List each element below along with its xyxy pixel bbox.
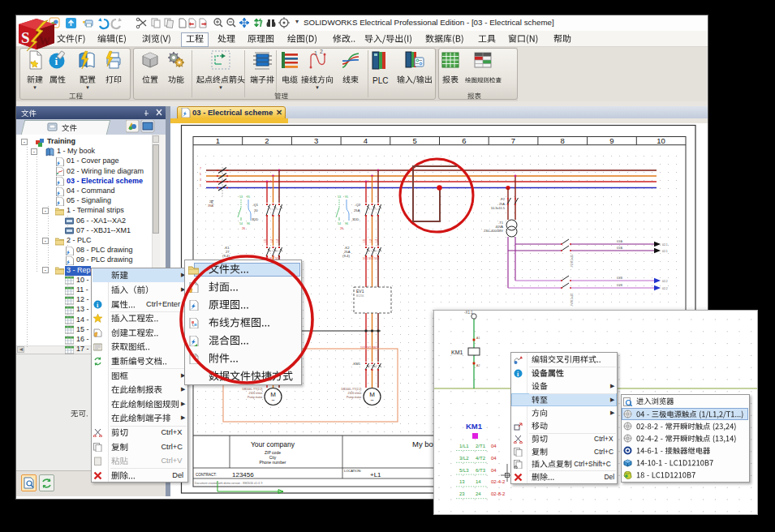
svg-text:-Q1: -Q1 — [252, 203, 259, 207]
svg-text:1: 1 — [200, 184, 201, 187]
svg-text:02.2: 02.2 — [662, 280, 668, 283]
svg-text:04: 04 — [491, 444, 497, 448]
svg-text:54: 54 — [338, 222, 341, 225]
svg-text:9: 9 — [609, 136, 614, 145]
svg-text:3DD: 3DD — [252, 217, 258, 221]
svg-text:2326 tr/min: 2326 tr/min — [249, 392, 263, 395]
svg-text:~: ~ — [271, 397, 274, 403]
svg-text:3NA: 3NA — [208, 204, 213, 208]
svg-text:3: 3 — [200, 178, 201, 182]
svg-text:KM1: KM1 — [451, 350, 463, 355]
svg-text:25A: 25A — [354, 208, 360, 212]
svg-text:02.1: 02.1 — [662, 250, 668, 253]
svg-text:-F3 0.5x25: -F3 0.5x25 — [570, 255, 574, 268]
svg-text:8: 8 — [561, 136, 565, 145]
svg-text:10.3x11.5: 10.3x11.5 — [491, 206, 506, 210]
svg-text:123456: 123456 — [232, 471, 254, 478]
svg-text:6: 6 — [462, 136, 466, 145]
svg-text:CONTRACT:: CONTRACT: — [196, 473, 217, 477]
svg-text:54: 54 — [239, 222, 243, 225]
svg-text:63/B: 63/B — [617, 277, 623, 280]
svg-text:7: 7 — [511, 136, 515, 145]
svg-text:EV1: EV1 — [356, 289, 364, 294]
svg-text:~: ~ — [370, 397, 373, 403]
svg-text:Phone number: Phone number — [260, 460, 286, 465]
svg-text:-F2: -F2 — [500, 197, 506, 201]
svg-text:04: 04 — [491, 468, 497, 473]
svg-text:Pump motor: Pump motor — [248, 396, 263, 399]
svg-text:7: 7 — [200, 167, 201, 170]
svg-text:Pump motor: Pump motor — [347, 396, 362, 399]
svg-text:L3: L3 — [375, 239, 378, 242]
svg-text:53: 53 — [338, 195, 341, 199]
svg-text:14: 14 — [476, 479, 481, 484]
svg-text:230+400/48V: 230+400/48V — [484, 229, 503, 233]
svg-text:24: 24 — [476, 491, 481, 496]
svg-text:5/L3: 5/L3 — [459, 468, 469, 473]
svg-text:-X1:1: -X1:1 — [464, 311, 473, 315]
svg-text:Your company: Your company — [251, 440, 295, 448]
svg-text:2: 2 — [320, 49, 323, 54]
svg-text:3: 3 — [314, 136, 318, 145]
svg-text:L1: L1 — [264, 239, 267, 242]
svg-text:2326 tr/min: 2326 tr/min — [348, 392, 362, 395]
svg-text:DB100L-YY(2.2): DB100L-YY(2.2) — [342, 388, 362, 391]
svg-text:L2: L2 — [270, 239, 273, 242]
svg-text:10: 10 — [657, 136, 665, 145]
svg-text:02-8-2: 02-8-2 — [491, 491, 506, 496]
svg-text:63/A: 63/A — [617, 247, 623, 250]
svg-text:2: 2 — [265, 136, 269, 145]
svg-text:Document created with demo ver: Document created with demo version - SW2… — [195, 482, 262, 485]
svg-text:-KM1: -KM1 — [352, 362, 361, 366]
svg-text:B1256: B1256 — [356, 294, 364, 298]
svg-text:LOCATION:: LOCATION: — [344, 469, 361, 473]
svg-text:95: 95 — [345, 195, 348, 199]
svg-text:02.1: 02.1 — [662, 243, 668, 247]
svg-text:20: 20 — [209, 200, 213, 204]
svg-text:96: 96 — [345, 222, 348, 225]
svg-text:5: 5 — [412, 136, 416, 145]
svg-text:2/T1: 2/T1 — [476, 444, 486, 448]
svg-text:KM1: KM1 — [466, 422, 483, 431]
svg-text:6/T3: 6/T3 — [476, 468, 486, 473]
svg-text:1: 1 — [314, 50, 317, 56]
svg-text:W: W — [39, 33, 50, 47]
svg-text:1/L1: 1/L1 — [459, 444, 469, 448]
svg-text:4/T2: 4/T2 — [476, 456, 486, 461]
svg-text:A2: A2 — [476, 364, 480, 367]
svg-text:20: 20 — [254, 208, 258, 212]
svg-text:26: 26 — [340, 227, 343, 230]
svg-text:96: 96 — [247, 222, 250, 225]
svg-text:+L1: +L1 — [370, 471, 381, 478]
svg-text:95: 95 — [247, 195, 250, 199]
svg-text:04: 04 — [491, 456, 497, 461]
svg-text:S: S — [21, 29, 30, 46]
svg-text:-Q2: -Q2 — [355, 203, 361, 207]
svg-text:53: 53 — [239, 195, 243, 199]
svg-text:26: 26 — [242, 227, 245, 230]
svg-text:(9-4): (9-4) — [342, 254, 350, 258]
svg-text:63/B: 63/B — [617, 284, 623, 287]
svg-text:02.2: 02.2 — [662, 287, 668, 290]
svg-text:1: 1 — [216, 136, 220, 145]
svg-text:5: 5 — [200, 173, 201, 176]
svg-text:(9-4): (9-4) — [222, 254, 230, 258]
svg-text:L1: L1 — [363, 239, 366, 242]
svg-text:4: 4 — [364, 136, 368, 145]
svg-text:L3: L3 — [276, 239, 279, 242]
svg-text:3DD: 3DD — [352, 217, 359, 221]
svg-text:DB100L-YY(2.2): DB100L-YY(2.2) — [243, 388, 263, 391]
svg-text:23: 23 — [459, 491, 465, 496]
svg-text:-F4 0.5x25: -F4 0.5x25 — [570, 294, 574, 307]
svg-text:63/A: 63/A — [617, 240, 623, 243]
svg-text:1/L1 3/L2 5/L3: 1/L1 3/L2 5/L3 — [363, 257, 380, 260]
svg-text:02-4-2: 02-4-2 — [491, 479, 506, 484]
svg-text:A1: A1 — [476, 337, 480, 340]
svg-text:L2: L2 — [369, 239, 372, 242]
svg-text:3/L2: 3/L2 — [459, 456, 469, 461]
svg-text:13: 13 — [459, 479, 465, 484]
